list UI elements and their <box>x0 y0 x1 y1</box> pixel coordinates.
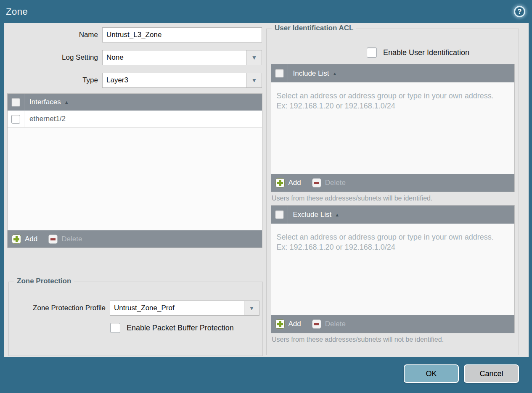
chevron-down-icon: ▼ <box>249 305 255 311</box>
include-list-header-label: Include List <box>293 69 329 78</box>
interfaces-add-button[interactable]: Add <box>12 235 37 244</box>
chevron-down-icon: ▼ <box>251 55 257 61</box>
interfaces-table-footer: Add Delete <box>8 230 262 248</box>
user-identification-acl-section: User Identification ACL Enable User Iden… <box>266 29 519 355</box>
packet-buffer-label: Enable Packet Buffer Protection <box>127 324 234 332</box>
zone-protection-profile-select[interactable]: Untrust_Zone_Prof ▼ <box>110 301 259 316</box>
log-setting-value: None <box>103 50 246 65</box>
exclude-list-header-label: Exclude List <box>293 211 332 219</box>
dialog-title: Zone <box>6 6 28 17</box>
table-row[interactable]: ethernet1/2 <box>8 111 262 128</box>
log-setting-dropdown-button[interactable]: ▼ <box>246 50 262 65</box>
type-label: Type <box>7 76 102 84</box>
zone-protection-profile-value: Untrust_Zone_Prof <box>110 301 244 315</box>
exclude-list-body[interactable]: Select an address or address group or ty… <box>271 224 514 315</box>
type-row: Type Layer3 ▼ <box>7 73 263 88</box>
include-list-caption: Users from these addresses/subnets will … <box>272 195 519 202</box>
enable-user-identification-checkbox[interactable] <box>367 47 377 58</box>
sort-ascending-icon[interactable]: ▲ <box>64 100 69 105</box>
right-column: User Identification ACL Enable User Iden… <box>263 23 526 357</box>
log-setting-select[interactable]: None ▼ <box>102 50 262 65</box>
interfaces-table-header: Interfaces ▲ <box>8 94 262 111</box>
exclude-list-caption: Users from these addresses/subnets will … <box>272 336 519 343</box>
chevron-down-icon: ▼ <box>251 77 257 83</box>
add-plus-icon <box>275 319 285 329</box>
delete-minus-icon <box>312 319 321 329</box>
name-input[interactable] <box>102 27 262 42</box>
sort-ascending-icon[interactable]: ▲ <box>333 71 337 76</box>
include-select-all-checkbox[interactable] <box>275 69 284 78</box>
include-list-header: Include List ▲ <box>271 64 514 82</box>
delete-minus-icon <box>48 235 58 244</box>
exclude-list-header: Exclude List ▲ <box>271 206 514 224</box>
exclude-delete-button[interactable]: Delete <box>312 319 346 329</box>
include-list-footer: Add Delete <box>271 174 514 192</box>
zone-protection-section: Zone Protection Zone Protection Profile … <box>8 282 263 356</box>
type-dropdown-button[interactable]: ▼ <box>246 73 262 87</box>
user-identification-acl-legend: User Identification ACL <box>272 24 356 32</box>
type-select[interactable]: Layer3 ▼ <box>102 73 262 88</box>
dialog-body: Name Log Setting None ▼ Type Layer3 ▼ <box>4 23 529 357</box>
interfaces-select-all-checkbox[interactable] <box>11 98 20 107</box>
interfaces-delete-button[interactable]: Delete <box>48 235 82 244</box>
enable-user-identification-label: Enable User Identification <box>383 48 469 57</box>
include-delete-button[interactable]: Delete <box>312 178 346 187</box>
include-list-placeholder: Select an address or address group or ty… <box>277 91 495 111</box>
help-glyph: ? <box>518 8 522 16</box>
interfaces-header-label: Interfaces <box>29 98 61 106</box>
interfaces-table-empty-area <box>8 128 262 230</box>
include-list-table: Include List ▲ Select an address or addr… <box>271 64 515 192</box>
type-value: Layer3 <box>103 73 246 87</box>
zone-protection-profile-row: Zone Protection Profile Untrust_Zone_Pro… <box>9 301 262 316</box>
enable-packet-buffer-checkbox[interactable] <box>110 323 120 333</box>
enable-user-identification-row: Enable User Identification <box>367 47 519 58</box>
exclude-list-placeholder: Select an address or address group or ty… <box>277 232 495 253</box>
include-list-body[interactable]: Select an address or address group or ty… <box>271 82 514 174</box>
exclude-list-table: Exclude List ▲ Select an address or addr… <box>271 205 515 333</box>
name-row: Name <box>7 27 263 42</box>
zone-protection-profile-label: Zone Protection Profile <box>9 304 110 312</box>
help-icon[interactable]: ? <box>514 6 525 17</box>
zone-protection-profile-dropdown-button[interactable]: ▼ <box>244 301 259 315</box>
zone-protection-legend: Zone Protection <box>14 277 74 285</box>
zone-dialog: Zone ? Name Log Setting None ▼ Ty <box>0 0 532 393</box>
dialog-footer: OK Cancel <box>0 357 532 393</box>
left-column: Name Log Setting None ▼ Type Layer3 ▼ <box>4 23 263 357</box>
log-setting-row: Log Setting None ▼ <box>7 50 263 65</box>
log-setting-label: Log Setting <box>7 53 102 62</box>
exclude-list-footer: Add Delete <box>271 315 514 333</box>
exclude-select-all-checkbox[interactable] <box>275 210 284 219</box>
interface-name: ethernet1/2 <box>29 115 66 123</box>
add-plus-icon <box>275 178 285 187</box>
include-add-button[interactable]: Add <box>275 178 301 187</box>
name-label: Name <box>7 31 102 39</box>
interface-row-checkbox[interactable] <box>11 115 20 124</box>
delete-minus-icon <box>312 178 321 187</box>
add-plus-icon <box>12 235 21 244</box>
sort-ascending-icon[interactable]: ▲ <box>335 212 339 217</box>
title-bar: Zone ? <box>0 0 532 23</box>
interfaces-table: Interfaces ▲ ethernet1/2 Add <box>7 93 262 248</box>
cancel-button[interactable]: Cancel <box>464 364 519 383</box>
ok-button[interactable]: OK <box>404 364 459 383</box>
packet-buffer-row: Enable Packet Buffer Protection <box>110 323 262 333</box>
exclude-add-button[interactable]: Add <box>275 319 301 329</box>
